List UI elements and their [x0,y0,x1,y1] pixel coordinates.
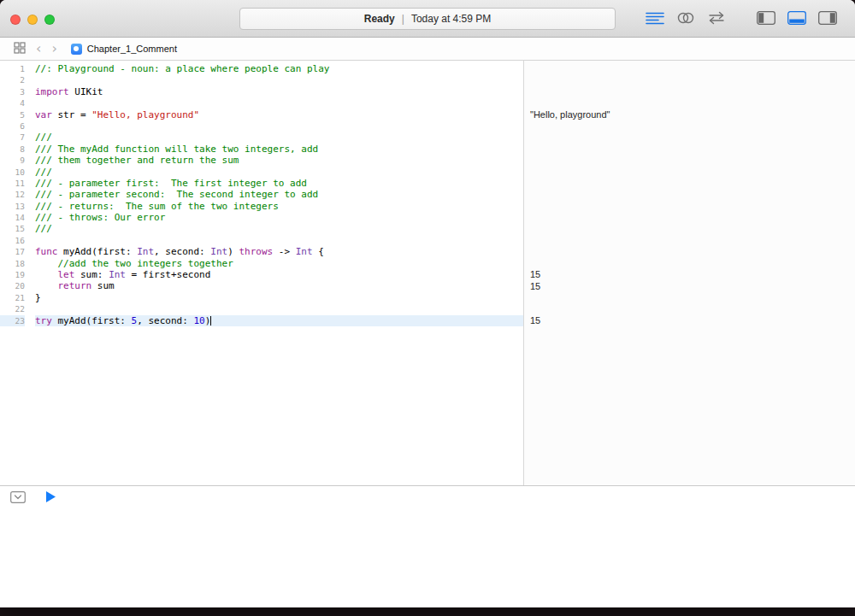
line-number: 15 [0,223,25,234]
results-sidebar: "Hello, playground"151515 [523,61,855,485]
line-number: 4 [0,97,25,109]
jump-bar: ‹ › Chapter_1_Comment [0,38,855,61]
xcode-window: Ready | Today at 4:59 PM [0,0,855,607]
line-number: 7 [0,132,25,143]
code-line[interactable]: /// - returns: The sum of the two intege… [35,201,523,212]
overlapping-circles-icon [676,11,695,27]
code-line[interactable]: /// - throws: Our error [35,212,523,223]
bottom-panel-icon [787,11,806,27]
toolbar-right [640,9,843,29]
status-time: Today at 4:59 PM [411,13,491,25]
code-line[interactable]: var str = "Hello, playground" [35,109,523,120]
line-number: 1 [0,63,25,74]
code-line[interactable] [35,235,523,246]
code-line[interactable]: return sum [35,280,523,291]
minimize-button[interactable] [27,15,38,25]
toggle-debug-area-button[interactable] [781,9,812,29]
arrows-left-right-icon [707,11,726,27]
playground-file-icon [71,44,82,55]
code-line[interactable] [35,74,523,85]
traffic-lights [10,15,55,25]
line-number: 2 [0,74,25,85]
source-editor[interactable]: 1234567891011121314151617181920212223 //… [0,61,523,485]
status-ready: Ready [364,13,395,25]
forward-button[interactable]: › [46,42,62,56]
back-button[interactable]: ‹ [31,42,46,56]
assistant-editor-button[interactable] [670,9,701,29]
code-line[interactable]: import UIKit [35,86,523,97]
hide-debug-area-button[interactable] [10,491,26,506]
code-line[interactable] [35,97,523,109]
version-editor-button[interactable] [701,9,732,29]
line-number: 19 [0,269,25,280]
result-value[interactable]: 15 [530,281,540,292]
code-line[interactable]: /// - parameter first: The first integer… [35,178,523,189]
standard-editor-button[interactable] [640,9,670,29]
debug-area [0,485,855,607]
toggle-utilities-button[interactable] [812,9,843,29]
line-number: 12 [0,189,25,200]
grid-icon [14,42,26,56]
line-number: 10 [0,167,25,178]
code-line[interactable]: //add the two integers together [35,258,523,269]
code-line[interactable] [35,120,523,132]
line-number: 6 [0,120,25,132]
run-playground-button[interactable] [46,491,56,505]
text-cursor [210,316,211,326]
related-items-button[interactable] [9,42,31,56]
line-number: 23 [0,315,25,326]
line-number: 11 [0,178,25,189]
code-line[interactable]: /// [35,132,523,143]
result-value[interactable]: "Hello, playground" [530,109,610,120]
toggle-navigator-button[interactable] [751,9,781,29]
line-number: 8 [0,144,25,155]
code-line[interactable]: func myAdd(first: Int, second: Int) thro… [35,246,523,257]
left-panel-icon [757,11,775,27]
line-number: 3 [0,86,25,97]
right-panel-icon [818,11,837,27]
line-number: 18 [0,258,25,269]
chevron-left-icon: ‹ [36,42,41,56]
debug-toolbar [0,486,855,510]
line-number: 14 [0,212,25,223]
collapse-panel-icon [10,491,26,506]
activity-viewer: Ready | Today at 4:59 PM [239,8,616,30]
code-line[interactable]: } [35,292,523,303]
code-line[interactable]: /// them together and return the sum [35,155,523,166]
close-button[interactable] [10,15,21,25]
line-number: 17 [0,246,25,257]
chevron-right-icon: › [51,42,56,56]
code-line[interactable]: /// - parameter second: The second integ… [35,189,523,200]
breadcrumb-file-name[interactable]: Chapter_1_Comment [87,44,177,54]
line-number: 20 [0,280,25,291]
editor-area: 1234567891011121314151617181920212223 //… [0,61,855,485]
line-number: 22 [0,303,25,314]
line-number: 5 [0,109,25,120]
code-line[interactable]: /// The myAdd function will take two int… [35,144,523,155]
code-line[interactable]: /// [35,167,523,178]
line-number: 13 [0,201,25,212]
code-lines[interactable]: //: Playground - noun: a place where peo… [31,61,523,485]
result-value[interactable]: 15 [530,269,540,280]
line-number: 21 [0,292,25,303]
titlebar: Ready | Today at 4:59 PM [0,0,855,38]
code-line[interactable] [35,303,523,314]
zoom-button[interactable] [44,15,55,25]
code-line[interactable]: try myAdd(first: 5, second: 10) [35,315,523,326]
code-line[interactable]: let sum: Int = first+second [35,269,523,280]
code-line[interactable]: /// [35,223,523,234]
line-number: 9 [0,155,25,166]
code-line[interactable]: //: Playground - noun: a place where peo… [35,63,523,74]
text-lines-icon [646,11,664,27]
line-number: 16 [0,235,25,246]
play-icon [46,491,56,505]
status-separator: | [402,13,404,25]
gutter: 1234567891011121314151617181920212223 [0,61,31,485]
result-value[interactable]: 15 [530,315,540,326]
